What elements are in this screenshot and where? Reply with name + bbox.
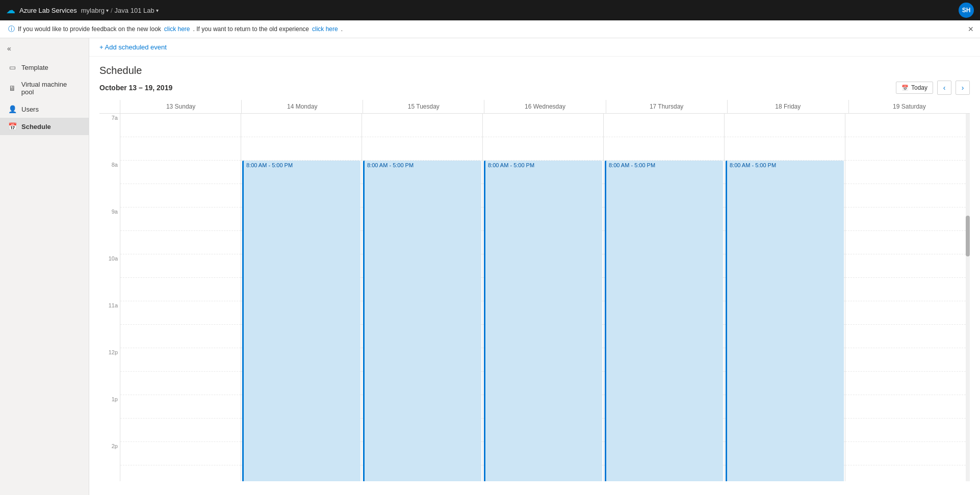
thursday-event-label: 8:00 AM - 5:00 PM xyxy=(609,162,655,168)
sidebar-item-vm-pool[interactable]: 🖥 Virtual machine pool xyxy=(0,76,89,100)
time-8a-half xyxy=(99,184,120,207)
friday-event-label: 8:00 AM - 5:00 PM xyxy=(730,162,776,168)
brand-label: Azure Lab Services xyxy=(19,7,77,14)
wednesday-event[interactable]: 8:00 AM - 5:00 PM xyxy=(484,161,602,481)
day-header-monday: 14 Monday xyxy=(241,100,363,113)
tuesday-event-label: 8:00 AM - 5:00 PM xyxy=(367,162,414,168)
day-column-saturday xyxy=(845,114,966,481)
tuesday-event[interactable]: 8:00 AM - 5:00 PM xyxy=(363,161,481,481)
info-bar: ⓘ If you would like to provide feedback … xyxy=(0,20,980,38)
next-week-button[interactable]: › xyxy=(956,81,970,95)
add-scheduled-event-button[interactable]: + Add scheduled event xyxy=(99,43,167,51)
day-column-wednesday: 8:00 AM - 5:00 PM ↻ xyxy=(482,114,603,481)
day-header-saturday: 19 Saturday xyxy=(848,100,970,113)
infobar-link1[interactable]: click here xyxy=(164,25,190,33)
users-icon: 👤 xyxy=(8,105,16,113)
day-column-monday: 8:00 AM - 5:00 PM ↻ xyxy=(241,114,362,481)
sidebar-item-vm-pool-label: Virtual machine pool xyxy=(21,81,81,96)
time-11a-half xyxy=(99,325,120,348)
infobar-close-button[interactable]: ✕ xyxy=(968,25,974,33)
day-column-thursday: 8:00 AM - 5:00 PM ↻ xyxy=(603,114,724,481)
infobar-text1: If you would like to provide feedback on… xyxy=(18,25,161,33)
top-navigation: ☁ Azure Lab Services mylabrg ▾ / Java 10… xyxy=(0,0,980,20)
sunday-slot-11 xyxy=(120,372,241,395)
time-9a: 9a xyxy=(99,207,120,231)
sidebar-item-template[interactable]: ▭ Template xyxy=(0,59,89,76)
time-7a: 7a xyxy=(99,114,120,137)
monday-event-label: 8:00 AM - 5:00 PM xyxy=(246,162,293,168)
breadcrumb-java-lab-chevron: ▾ xyxy=(156,8,159,13)
today-label: Today xyxy=(911,84,927,91)
sunday-slot-2 xyxy=(120,161,241,184)
sunday-slot-7 xyxy=(120,278,241,301)
sunday-slot-5 xyxy=(120,231,241,254)
breadcrumb-mylabrg[interactable]: mylabrg ▾ xyxy=(81,7,109,14)
today-button[interactable]: 📅 Today xyxy=(896,82,933,94)
main-toolbar: + Add scheduled event xyxy=(89,38,980,57)
monday-slot-1 xyxy=(241,137,362,161)
user-avatar[interactable]: SH xyxy=(959,3,974,18)
breadcrumb-separator: / xyxy=(111,7,113,14)
breadcrumb-mylabrg-label: mylabrg xyxy=(81,7,105,14)
schedule-icon: 📅 xyxy=(8,122,16,131)
calendar-body[interactable]: 7a 8a 9a 10a 11a 12p 1p 2 xyxy=(99,114,970,481)
thursday-event[interactable]: 8:00 AM - 5:00 PM xyxy=(605,161,723,481)
sunday-slot-3 xyxy=(120,184,241,207)
sunday-slot-8 xyxy=(120,301,241,325)
schedule-title: Schedule xyxy=(99,65,142,76)
scrollbar-thumb[interactable] xyxy=(966,216,970,256)
friday-event[interactable]: 8:00 AM - 5:00 PM xyxy=(726,161,844,481)
brand: ☁ Azure Lab Services xyxy=(6,5,77,16)
breadcrumb-java-lab[interactable]: Java 101 Lab ▾ xyxy=(115,7,159,14)
template-icon: ▭ xyxy=(8,63,16,71)
sunday-slot-14 xyxy=(120,442,241,465)
schedule-container: Schedule October 13 – 19, 2019 📅 Today ‹… xyxy=(89,57,980,495)
topnav-left: ☁ Azure Lab Services mylabrg ▾ / Java 10… xyxy=(6,5,159,16)
sunday-slot-0 xyxy=(120,114,241,137)
calendar-days-header: 13 Sunday 14 Monday 15 Tuesday 16 Wednes… xyxy=(99,100,970,114)
sidebar-collapse-button[interactable]: « xyxy=(5,42,13,55)
add-scheduled-event-label: + Add scheduled event xyxy=(99,43,167,51)
calendar-wrapper: 13 Sunday 14 Monday 15 Tuesday 16 Wednes… xyxy=(99,100,970,481)
breadcrumb: mylabrg ▾ / Java 101 Lab ▾ xyxy=(81,7,159,14)
sunday-slot-12 xyxy=(120,395,241,419)
sunday-slot-13 xyxy=(120,419,241,442)
days-grid: 8:00 AM - 5:00 PM ↻ xyxy=(120,114,966,481)
sunday-slot-10 xyxy=(120,348,241,372)
azure-logo-icon: ☁ xyxy=(6,5,15,16)
sunday-slot-1 xyxy=(120,137,241,161)
time-2p: 2p xyxy=(99,442,120,465)
sidebar: « ▭ Template 🖥 Virtual machine pool 👤 Us… xyxy=(0,38,89,495)
time-8a: 8a xyxy=(99,161,120,184)
time-1p: 1p xyxy=(99,395,120,419)
time-1p-half xyxy=(99,419,120,442)
wednesday-event-label: 8:00 AM - 5:00 PM xyxy=(488,162,534,168)
time-10a: 10a xyxy=(99,254,120,278)
day-column-sunday xyxy=(120,114,241,481)
time-gutter: 7a 8a 9a 10a 11a 12p 1p 2 xyxy=(99,114,120,481)
sidebar-item-schedule[interactable]: 📅 Schedule xyxy=(0,118,89,135)
sunday-slot-9 xyxy=(120,325,241,348)
info-icon: ⓘ xyxy=(8,24,15,34)
today-calendar-icon: 📅 xyxy=(901,85,909,91)
schedule-navigation: 📅 Today ‹ › xyxy=(896,81,970,95)
monday-event[interactable]: 8:00 AM - 5:00 PM xyxy=(242,161,360,481)
infobar-text2: . If you want to return to the old exper… xyxy=(193,25,309,33)
day-header-thursday: 17 Thursday xyxy=(606,100,727,113)
day-column-friday: 8:00 AM - 5:00 PM ↻ xyxy=(724,114,845,481)
date-range-label: October 13 – 19, 2019 xyxy=(99,84,172,92)
date-nav-row: October 13 – 19, 2019 📅 Today ‹ › xyxy=(99,81,970,95)
sidebar-item-users-label: Users xyxy=(21,106,39,113)
time-9a-half xyxy=(99,231,120,254)
sunday-slot-4 xyxy=(120,207,241,231)
breadcrumb-java-lab-label: Java 101 Lab xyxy=(115,7,154,14)
sidebar-item-template-label: Template xyxy=(21,64,48,71)
schedule-header: Schedule xyxy=(99,57,970,81)
time-12p: 12p xyxy=(99,348,120,372)
sidebar-collapse-area: « xyxy=(0,38,89,59)
prev-week-button[interactable]: ‹ xyxy=(937,81,951,95)
sidebar-item-users[interactable]: 👤 Users xyxy=(0,100,89,118)
sidebar-item-schedule-label: Schedule xyxy=(21,123,51,131)
infobar-link2[interactable]: click here xyxy=(312,25,338,33)
scrollbar-track[interactable] xyxy=(966,114,970,481)
